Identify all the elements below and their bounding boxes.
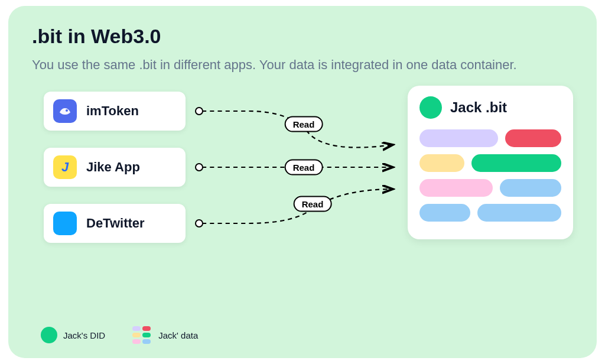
data-bars bbox=[419, 129, 561, 222]
diagram-subtitle: You use the same .bit in different apps.… bbox=[32, 56, 552, 74]
app-label: DeTwitter bbox=[86, 216, 145, 231]
data-bar bbox=[419, 179, 493, 197]
data-bar bbox=[477, 204, 562, 222]
app-card-imtoken: imToken bbox=[44, 92, 186, 131]
data-bar bbox=[505, 129, 561, 147]
data-bar bbox=[500, 179, 562, 197]
legend-item-did: Jack's DID bbox=[41, 327, 105, 343]
data-bar bbox=[419, 204, 470, 222]
port-detwitter bbox=[195, 219, 203, 228]
svg-point-0 bbox=[66, 109, 68, 112]
did-circle-icon bbox=[41, 327, 57, 343]
edge-label-read: Read bbox=[285, 116, 323, 132]
diagram-panel: .bit in Web3.0 You use the same .bit in … bbox=[8, 6, 597, 358]
data-bar bbox=[471, 154, 561, 172]
app-label: Jike App bbox=[86, 160, 140, 175]
jike-icon: J bbox=[53, 155, 77, 179]
edge-label-read: Read bbox=[294, 196, 332, 212]
data-bar bbox=[419, 154, 464, 172]
legend: Jack's DID Jack' data bbox=[41, 326, 198, 344]
did-circle-icon bbox=[419, 96, 442, 119]
detwitter-icon bbox=[53, 212, 77, 235]
data-container-card: Jack .bit bbox=[408, 86, 573, 239]
app-card-detwitter: DeTwitter bbox=[44, 204, 186, 243]
port-jike bbox=[195, 163, 203, 171]
legend-label: Jack's DID bbox=[63, 330, 105, 340]
container-name: Jack .bit bbox=[450, 99, 507, 116]
app-card-jike: J Jike App bbox=[44, 148, 186, 187]
diagram-title: .bit in Web3.0 bbox=[32, 25, 573, 48]
legend-data-icon bbox=[132, 326, 152, 344]
app-label: imToken bbox=[86, 103, 139, 119]
legend-label: Jack' data bbox=[158, 330, 198, 340]
edge-label-read: Read bbox=[285, 159, 323, 175]
data-bar bbox=[419, 129, 498, 147]
diagram-canvas: imToken J Jike App DeTwitter Read bbox=[32, 86, 573, 275]
imtoken-icon bbox=[53, 99, 77, 123]
legend-item-data: Jack' data bbox=[132, 326, 198, 344]
port-imtoken bbox=[195, 107, 203, 115]
